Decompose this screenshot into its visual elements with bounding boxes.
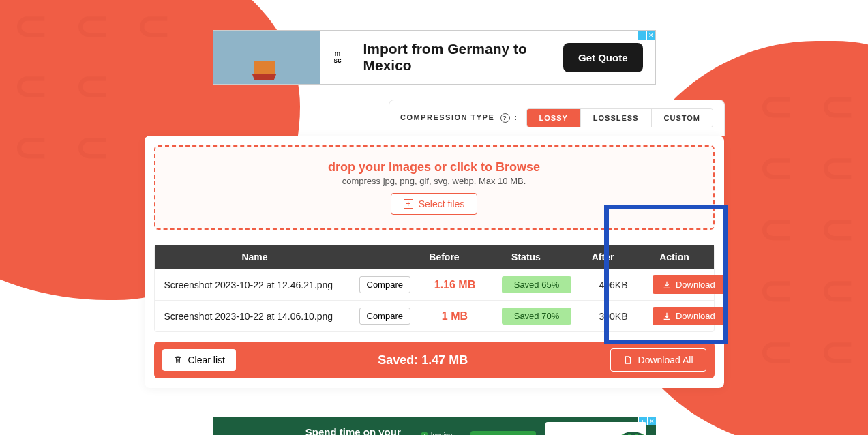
ad-close-icon[interactable]: ✕ — [647, 417, 656, 425]
compression-label: COMPRESSION TYPE ? : — [400, 113, 518, 123]
download-button[interactable]: Download — [653, 307, 725, 325]
file-table: Name Before Status After Action Screensh… — [154, 245, 715, 332]
table-header: Name Before Status After Action — [155, 245, 714, 269]
clear-list-button[interactable]: Clear list — [162, 349, 236, 371]
dropzone-subtitle: compress jpg, png, gif, svg, webp. Max 1… — [169, 176, 700, 186]
th-action: Action — [635, 245, 714, 269]
file-name: Screenshot 2023-10-22 at 12.46.21.png — [155, 269, 353, 300]
download-label: Download — [676, 280, 715, 290]
ad-cta-button[interactable]: Start a free trial — [470, 431, 536, 435]
compare-button[interactable]: Compare — [359, 276, 410, 293]
main-panel: drop your images or click to Browse comp… — [145, 136, 724, 388]
help-icon[interactable]: ? — [500, 113, 510, 123]
ad-banner-bottom[interactable]: i ✕ qb intuit quickbooks Spend time on y… — [213, 417, 656, 435]
plus-icon: + — [404, 199, 413, 209]
trash-icon — [173, 355, 183, 365]
select-files-label: Select files — [419, 198, 465, 209]
download-all-label: Download All — [638, 355, 693, 365]
download-button[interactable]: Download — [653, 275, 725, 294]
ad-screenshot — [545, 422, 646, 435]
tab-lossless[interactable]: LOSSLESS — [581, 109, 652, 127]
saved-total: Saved: 1.47 MB — [378, 353, 468, 368]
ad-feature-list: ✓Invoices ✓Expenses ✓Reports — [421, 432, 461, 436]
dropzone-title: drop your images or click to Browse — [169, 160, 700, 175]
dropzone[interactable]: drop your images or click to Browse comp… — [154, 145, 715, 230]
compare-button[interactable]: Compare — [359, 308, 410, 325]
th-name: Name — [155, 245, 353, 269]
table-row: Screenshot 2023-10-22 at 12.46.21.png Co… — [155, 269, 714, 300]
ad-close-icon[interactable]: ✕ — [646, 31, 655, 40]
ad-banner-top[interactable]: i ✕ msc Import from Germany to Mexico Ge… — [213, 30, 656, 85]
file-icon — [623, 355, 633, 365]
status-badge: Saved 70% — [502, 308, 572, 325]
tab-custom[interactable]: CUSTOM — [652, 109, 713, 127]
th-status: Status — [482, 245, 571, 269]
footer-bar: Clear list Saved: 1.47 MB Download All — [154, 342, 715, 378]
after-size: 406KB — [599, 280, 627, 290]
th-after: After — [571, 245, 635, 269]
ad-info-icon[interactable]: i — [638, 31, 646, 40]
th-before: Before — [407, 245, 482, 269]
file-name: Screenshot 2023-10-22 at 14.06.10.png — [155, 301, 353, 331]
ad-cta-button[interactable]: Get Quote — [563, 43, 643, 72]
after-size: 300KB — [599, 311, 627, 322]
compression-tabs: LOSSY LOSSLESS CUSTOM — [526, 108, 713, 127]
compression-type-bar: COMPRESSION TYPE ? : LOSSY LOSSLESS CUST… — [389, 100, 725, 136]
download-icon — [662, 280, 672, 290]
ad-headline: Import from Germany to Mexico — [357, 41, 563, 74]
before-size: 1 MB — [442, 310, 468, 322]
tab-lossy[interactable]: LOSSY — [527, 109, 581, 127]
download-icon — [662, 312, 672, 321]
before-size: 1.16 MB — [434, 279, 475, 291]
status-badge: Saved 65% — [502, 276, 572, 293]
download-label: Download — [676, 311, 715, 321]
ad-headline: Spend time on your passion, not your fin… — [305, 426, 411, 435]
ad-logo: msc — [331, 48, 344, 67]
select-files-button[interactable]: + Select files — [391, 193, 478, 215]
download-all-button[interactable]: Download All — [610, 348, 706, 372]
clear-label: Clear list — [188, 355, 225, 365]
check-icon: ✓ — [421, 432, 428, 436]
table-row: Screenshot 2023-10-22 at 14.06.10.png Co… — [155, 300, 714, 331]
